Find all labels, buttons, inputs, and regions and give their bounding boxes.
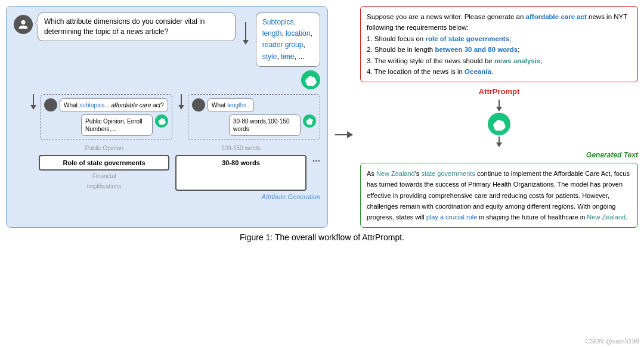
attr-gen-label: Attribute Generation [14, 193, 320, 200]
gen-nz2: New Zealand [587, 213, 626, 221]
mini-user-icon-1 [44, 98, 57, 111]
main-container: Which attribute dimensions do you consid… [6, 6, 638, 228]
attr-col-2: 100-150 words 30-80 words [175, 145, 306, 191]
response-etc: , ... [295, 52, 305, 61]
gen-text-5: . [626, 213, 627, 221]
mini-response-2: 30-80 words,100-150 words [229, 114, 301, 136]
gpt-arrow-section [360, 100, 638, 147]
prompt-intro: Suppose you are a news writer. Please ge… [367, 13, 526, 20]
response-comma2: , [310, 29, 312, 38]
faded-text-4: Implifications [39, 183, 169, 190]
mini-r1-text: Public Opinion, Enroll Numbers,... [85, 118, 143, 132]
response-time: time [281, 52, 295, 61]
second-section: What subtopics... affordable care act? P… [14, 94, 320, 140]
sub-col-1: What subtopics... affordable care act? P… [40, 94, 172, 140]
req1-colored: role of state governments [425, 35, 509, 42]
mini-response-row-1: Public Opinion, Enroll Numbers,... [44, 114, 168, 136]
mini-response-1: Public Opinion, Enroll Numbers,... [81, 114, 153, 136]
gen-sg: state governments [421, 170, 475, 177]
gen-text-2: 's [415, 170, 422, 177]
response-style: style [262, 52, 277, 61]
response-subtopics: Subtopics, [262, 18, 296, 26]
mini-user-icon-2 [192, 98, 205, 111]
right-panel: Suppose you are a news writer. Please ge… [360, 6, 638, 228]
mini-gpt-icon-1 [155, 114, 168, 128]
faded-text-2: 100-150 words [175, 145, 306, 151]
mini-gpt-icon-2 [303, 114, 316, 128]
attr-box-1: Role of state governments [39, 155, 169, 171]
top-row: Which attribute dimensions do you consid… [14, 13, 320, 89]
panel-arrow [335, 6, 353, 228]
response-comma3: , [303, 41, 305, 49]
gpt-icon-top [301, 70, 320, 89]
mini-user-row-1: What subtopics... affordable care act? [44, 98, 168, 112]
generated-box: As New Zealand's state governments conti… [360, 163, 638, 228]
right-gpt-icon [488, 113, 510, 135]
sub-col-2: What lengths . 30-80 words,100-150 words [188, 94, 320, 140]
mini-response-row-2: 30-80 words,100-150 words [192, 114, 316, 136]
gen-nz1: New Zealand [376, 170, 415, 177]
mini-user-row-2: What lengths . [192, 98, 316, 112]
question-bubble: Which attribute dimensions do you consid… [38, 13, 236, 41]
response-length: length [262, 29, 282, 38]
generated-text-label: Generated Text [586, 151, 638, 159]
attr-prompt-label: AttrPrompt [360, 87, 638, 96]
attr-ellipsis-container: ... [312, 145, 320, 191]
mini-question-1: What subtopics... affordable care act? [60, 98, 168, 112]
prompt-aca: affordable care act [526, 13, 587, 20]
attr-col-1: Public Opinion Role of state governments… [39, 145, 169, 191]
req3-colored: news analysis [494, 57, 540, 64]
attr-box-2: 30-80 words [175, 155, 306, 191]
req2-colored: between 30 and 80 words [435, 46, 518, 53]
attr-section: Public Opinion Role of state governments… [39, 145, 320, 191]
response-location: location [286, 29, 310, 38]
mini-question-2: What lengths . [208, 98, 254, 112]
attr-prompt-row: AttrPrompt [360, 86, 638, 96]
gen-text-4: in shaping the future of healthcare in [477, 213, 587, 221]
mini-q1-text: What subtopics... affordable care act? [64, 102, 164, 109]
prompt-box: Suppose you are a news writer. Please ge… [360, 6, 638, 82]
gen-pcr: play a crucial role [426, 213, 478, 221]
response-bubble: Subtopics, length, location, reader grou… [256, 13, 320, 67]
req2: 2. Should be in length between 30 and 80… [367, 46, 519, 53]
watermark: CSDN @sam5198 [585, 337, 639, 345]
response-reader: reader group [262, 41, 304, 49]
left-panel: Which attribute dimensions do you consid… [6, 6, 328, 228]
mini-r2-text: 30-80 words,100-150 words [233, 118, 290, 132]
question-text: Which attribute dimensions do you consid… [44, 17, 205, 36]
req3: 3. The writing style of the news should … [367, 57, 543, 64]
faded-text-1: Public Opinion [39, 145, 169, 151]
mini-q2-text: What lengths . [212, 102, 250, 109]
req4: 4. The location of the news is in Oceani… [367, 68, 493, 75]
figure-caption: Figure 1: The overall workflow of AttrPr… [240, 233, 404, 242]
req4-colored: Oceania [465, 68, 491, 75]
req1: 1. Should focus on role of state governm… [367, 35, 511, 42]
gen-text-1: As [367, 170, 376, 177]
attr-ellipsis: ... [312, 153, 320, 164]
user-icon [14, 15, 33, 34]
faded-text-3: Financial [39, 173, 169, 179]
